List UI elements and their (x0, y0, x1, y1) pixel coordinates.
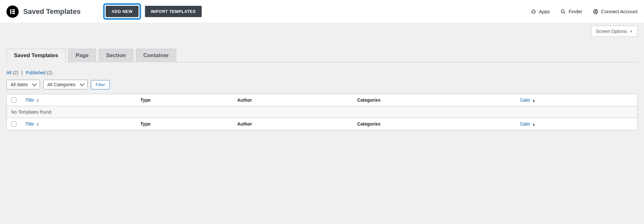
apps-icon (531, 9, 536, 15)
svg-rect-3 (12, 13, 15, 14)
svg-point-4 (561, 10, 564, 13)
separator: | (21, 70, 23, 75)
content-area: Saved Templates Page Section Container A… (0, 37, 644, 137)
svg-rect-0 (10, 9, 12, 14)
sort-icon: ▲▼ (532, 98, 535, 102)
table-header-row: Title ▲▼ Type Author Categories Date ▲▼ (7, 94, 638, 106)
select-all-checkbox-bottom[interactable] (11, 121, 16, 127)
screen-options-row: Screen Options ▼ (0, 23, 644, 37)
col-date-footer[interactable]: Date ▲▼ (516, 118, 638, 130)
select-all-checkbox-top[interactable] (11, 97, 16, 103)
col-author-footer: Author (233, 118, 353, 130)
status-filter-links: All (2) | Published (2) (6, 70, 638, 75)
topbar-right: Apps Finder Connect Account (531, 9, 638, 15)
categories-select[interactable]: All Categories (43, 80, 88, 89)
col-type-header: Type (136, 94, 233, 106)
add-new-button[interactable]: ADD NEW (106, 6, 139, 17)
tab-saved-templates[interactable]: Saved Templates (6, 49, 66, 62)
empty-row: No Templates found (7, 106, 638, 118)
brand: Saved Templates (6, 5, 81, 18)
col-title-footer[interactable]: Title ▲▼ (21, 118, 136, 130)
add-new-highlight: ADD NEW (103, 3, 141, 20)
screen-options-button[interactable]: Screen Options ▼ (591, 26, 638, 37)
tab-page[interactable]: Page (68, 49, 96, 62)
import-templates-button[interactable]: IMPORT TEMPLATES (145, 6, 202, 17)
chevron-down-icon: ▼ (630, 30, 633, 33)
svg-rect-2 (12, 11, 15, 12)
filter-all-link[interactable]: All (6, 70, 12, 75)
tab-container[interactable]: Container (136, 49, 176, 62)
table-footer-row: Title ▲▼ Type Author Categories Date ▲▼ (7, 118, 638, 130)
user-icon (593, 9, 599, 15)
sort-icon: ▲▼ (36, 122, 39, 126)
search-icon (560, 9, 566, 15)
col-author-header: Author (233, 94, 353, 106)
screen-options-label: Screen Options (596, 29, 627, 34)
svg-point-7 (595, 10, 596, 12)
connect-label: Connect Account (601, 9, 638, 14)
sort-icon: ▲▼ (36, 98, 39, 102)
svg-line-5 (564, 12, 565, 14)
elementor-logo-icon (6, 5, 19, 18)
sort-icon: ▲▼ (532, 122, 535, 126)
finder-label: Finder (569, 9, 582, 14)
page-title: Saved Templates (23, 7, 81, 16)
categories-select-wrap: All Categories (43, 80, 88, 89)
filter-published-link[interactable]: Published (26, 70, 46, 75)
empty-message: No Templates found (7, 106, 638, 118)
finder-link[interactable]: Finder (560, 9, 582, 15)
tab-section[interactable]: Section (99, 49, 133, 62)
template-tabs: Saved Templates Page Section Container (6, 48, 638, 62)
filters-row: All dates All Categories Filter (6, 80, 638, 89)
col-date-header[interactable]: Date ▲▼ (516, 94, 638, 106)
connect-account-link[interactable]: Connect Account (593, 9, 638, 15)
col-categories-footer: Categories (353, 118, 516, 130)
top-bar: Saved Templates ADD NEW IMPORT TEMPLATES… (0, 0, 644, 23)
dates-select-wrap: All dates (6, 80, 40, 89)
filter-all-count: (2) (13, 70, 18, 75)
apps-label: Apps (539, 9, 550, 14)
filter-button[interactable]: Filter (91, 80, 110, 89)
apps-link[interactable]: Apps (531, 9, 550, 15)
svg-rect-1 (12, 9, 15, 10)
templates-table: Title ▲▼ Type Author Categories Date ▲▼ … (6, 94, 638, 130)
dates-select[interactable]: All dates (6, 80, 40, 89)
col-categories-header: Categories (353, 94, 516, 106)
filter-published-count: (2) (47, 70, 52, 75)
col-title-header[interactable]: Title ▲▼ (21, 94, 136, 106)
col-type-footer: Type (136, 118, 233, 130)
